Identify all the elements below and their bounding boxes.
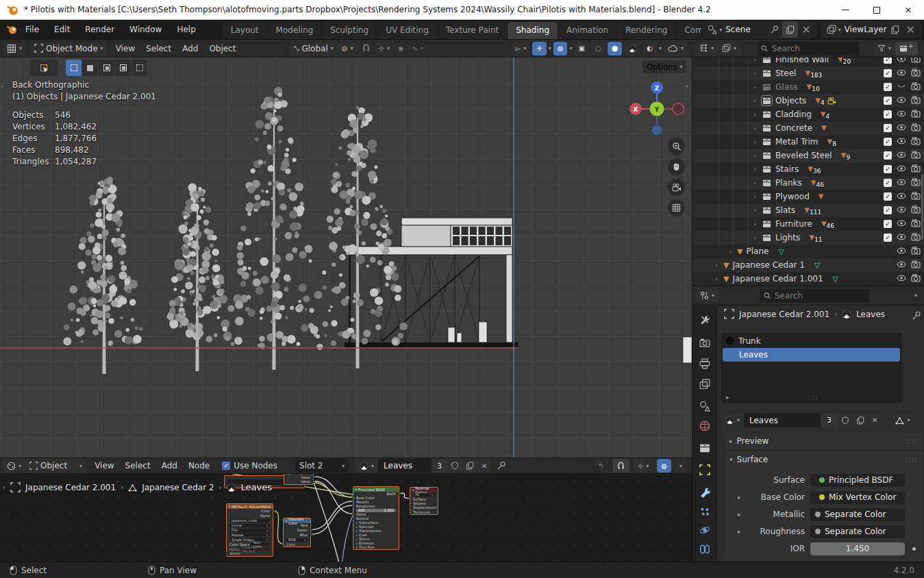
socket[interactable] (272, 510, 275, 512)
exclude-checkbox[interactable]: ✓ (884, 69, 892, 77)
node-row-thickness[interactable]: Thickness (410, 510, 438, 514)
outliner-row-metal-trim[interactable]: ›Metal Trim▼8✓ (692, 135, 924, 149)
workspace-tab-animation[interactable]: Animation (558, 22, 616, 39)
disable-in-render-icon[interactable] (911, 233, 921, 243)
menu-render[interactable]: Render (77, 20, 122, 39)
ortho-toggle-button[interactable] (668, 199, 685, 216)
exclude-checkbox[interactable]: ✓ (884, 192, 892, 201)
disable-in-render-icon[interactable] (911, 205, 921, 216)
workspace-tab-modeling[interactable]: Modeling (268, 22, 322, 39)
eye-icon[interactable] (897, 123, 906, 133)
disable-in-render-icon[interactable] (911, 164, 921, 175)
exclude-checkbox[interactable]: ✓ (884, 206, 892, 214)
socket[interactable] (409, 498, 412, 501)
eye-icon[interactable] (897, 164, 906, 174)
eye-icon[interactable] (897, 96, 906, 105)
pivot-point-dropdown[interactable]: ◎▾ (338, 42, 358, 55)
socket[interactable] (310, 524, 312, 527)
close-button[interactable]: ✕ (892, 0, 924, 20)
expand-icon[interactable]: › (751, 152, 758, 159)
item-name[interactable]: Stairs (775, 164, 799, 174)
scene-name[interactable]: Scene (725, 25, 766, 34)
eye-icon[interactable] (897, 260, 906, 270)
exclude-checkbox[interactable]: ✓ (884, 220, 892, 228)
item-name[interactable]: Lights (775, 233, 800, 242)
remove-viewlayer-icon[interactable]: ✕ (903, 21, 919, 38)
node-row-vector[interactable]: Vector (227, 551, 273, 556)
node-row-green[interactable]: Green (284, 528, 310, 533)
slot-dropdown[interactable]: Slot 2▾ (295, 459, 349, 473)
disable-in-render-icon[interactable] (911, 247, 921, 257)
outliner-row-stairs[interactable]: ›Stairs▼36✓ (692, 162, 924, 176)
node-row-value[interactable]: Value (284, 475, 313, 480)
gizmos-dropdown[interactable]: ▾ (549, 45, 551, 51)
eye-icon[interactable] (897, 192, 906, 201)
item-name[interactable]: Metal Trim (775, 137, 818, 147)
workspace-tab-uv-editing[interactable]: UV Editing (377, 22, 437, 39)
socket[interactable] (409, 502, 412, 505)
material-users-count[interactable]: 3 (821, 413, 838, 427)
menu-window[interactable]: Window (122, 20, 169, 39)
disable-in-render-icon[interactable] (911, 151, 921, 161)
exclude-checkbox[interactable]: ✓ (884, 138, 892, 146)
gizmos-toggle[interactable]: ✛ (532, 42, 546, 55)
new-scene-button[interactable] (782, 21, 798, 38)
eye-icon[interactable] (897, 219, 906, 229)
eye-icon[interactable] (897, 110, 906, 119)
mode-dropdown[interactable]: Object Mode▾ (30, 42, 108, 55)
node-clamp[interactable]: ✓ClampValueValue (284, 474, 314, 485)
exclude-checkbox[interactable]: ✓ (884, 110, 892, 118)
node-row-thin-film[interactable]: ▸Thin Film (353, 545, 399, 549)
snap-toggle[interactable] (358, 42, 375, 55)
expand-icon[interactable]: › (751, 207, 758, 214)
disable-in-render-icon[interactable] (911, 123, 921, 134)
list-resize-grip[interactable]: :::: (808, 394, 819, 401)
properties-tab-output[interactable] (699, 358, 710, 369)
properties-search[interactable] (760, 289, 869, 303)
node-principled-bsdf[interactable]: ▾Principled BSDFBSDFBase ColorMetallicRo… (353, 486, 399, 550)
camera-view-button[interactable] (668, 179, 685, 196)
exclude-checkbox[interactable]: ✓ (884, 97, 892, 105)
node-row-japanese_ceda[interactable]: japanese_ceda (227, 518, 273, 523)
animate-decorator[interactable] (912, 547, 916, 551)
shading-dropdown[interactable]: ▾ (659, 45, 662, 51)
scene-type-icon[interactable]: ▾ (704, 21, 725, 38)
properties-tab-physics[interactable] (699, 525, 710, 536)
preview-panel-header[interactable]: ▸ Preview:::: (724, 433, 923, 449)
active-tool-button[interactable] (30, 60, 58, 76)
node-row-alpha[interactable]: Alpha (227, 514, 273, 518)
properties-tab-modifiers[interactable] (699, 487, 710, 498)
outliner-row-objects[interactable]: ›Objects▼4✓ (692, 94, 924, 108)
fake-user-shield-icon[interactable] (838, 413, 853, 427)
disable-in-render-icon[interactable] (911, 274, 921, 284)
socket[interactable] (398, 492, 401, 495)
show-object-types-dropdown[interactable]: ▻▾ (512, 42, 531, 55)
outliner-display-mode-dropdown[interactable]: ▾ (718, 42, 740, 55)
outliner-row-furniture[interactable]: ›Furniture▼46✓ (692, 217, 924, 231)
select-box-invert-button[interactable] (115, 60, 131, 76)
item-name[interactable]: Plane (746, 247, 769, 256)
node-row-rgb[interactable]: RGB▾ (284, 538, 310, 542)
shader-menu-select[interactable]: Select (120, 461, 156, 470)
viewport-menu-object[interactable]: Object (203, 44, 241, 53)
disable-in-render-icon[interactable] (911, 68, 921, 79)
outliner-row-cladding[interactable]: ›Cladding▼4✓ (692, 108, 924, 121)
disable-in-render-icon[interactable] (911, 82, 921, 92)
minimize-button[interactable] (829, 0, 861, 20)
properties-tab-particles[interactable] (699, 506, 710, 517)
properties-tab-collection[interactable] (699, 442, 710, 453)
socket[interactable] (352, 497, 355, 499)
outliner-row-plywood[interactable]: ›Plywood▼✓ (692, 190, 924, 203)
properties-options-dropdown[interactable]: ▾ (914, 292, 917, 299)
outliner-scrollbar[interactable] (921, 174, 923, 240)
properties-tab-object[interactable] (699, 464, 710, 475)
expand-icon[interactable]: › (751, 234, 758, 241)
copy-material-icon[interactable] (462, 459, 477, 473)
shader-menu-node[interactable]: Node (183, 461, 215, 470)
socket[interactable] (352, 513, 355, 516)
select-box-new-button[interactable] (66, 60, 82, 76)
node-row-blue[interactable]: Blue (284, 533, 310, 538)
eye-icon[interactable] (897, 247, 906, 256)
item-name[interactable]: Planks (775, 178, 802, 188)
browse-material-dropdown[interactable]: ▾ (721, 413, 744, 427)
